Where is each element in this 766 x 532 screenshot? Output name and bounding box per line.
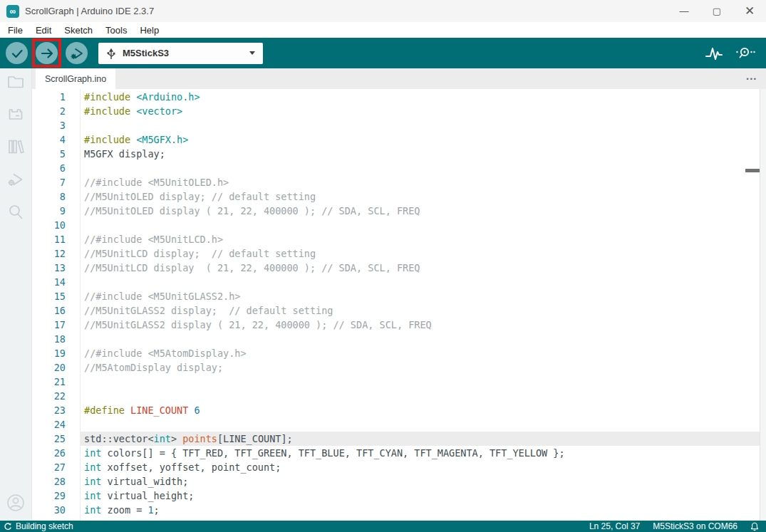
board-selector-dropdown[interactable]: M5StickS3: [98, 43, 263, 64]
menu-help[interactable]: Help: [133, 22, 165, 38]
arduino-logo-icon: ∞: [6, 5, 19, 18]
window-title: ScrollGraph | Arduino IDE 2.3.7: [25, 6, 154, 16]
code-line[interactable]: 10: [32, 218, 760, 232]
window-controls: — ▢ ✕: [668, 0, 766, 22]
code-line[interactable]: 15//#include <M5UnitGLASS2.h>: [32, 289, 760, 303]
code-line[interactable]: 13//M5UnitLCD display ( 21, 22, 400000 )…: [32, 261, 760, 275]
line-number: 20: [32, 360, 66, 375]
overview-ruler-mark[interactable]: [745, 169, 760, 172]
usb-icon: [106, 46, 116, 61]
code-text: [66, 417, 84, 432]
line-number: 10: [32, 218, 66, 232]
code-line[interactable]: 16//M5UnitGLASS2 display; // default set…: [32, 303, 760, 318]
code-line[interactable]: 25std::vector<int> points[LINE_COUNT];: [32, 432, 760, 446]
line-number: 15: [32, 289, 66, 303]
code-line[interactable]: 1#include <Arduino.h>: [32, 90, 760, 104]
code-line[interactable]: 20//M5AtomDisplay display;: [32, 360, 760, 375]
line-number: 16: [32, 303, 66, 318]
menu-sketch[interactable]: Sketch: [58, 22, 99, 38]
code-line[interactable]: 12//M5UnitLCD display; // default settin…: [32, 246, 760, 261]
sidebar-item-sketchbook[interactable]: [6, 72, 25, 90]
code-line[interactable]: 9//M5UnitOLED display ( 21, 22, 400000 )…: [32, 204, 760, 218]
code-line[interactable]: 18: [32, 332, 760, 346]
sidebar-item-search[interactable]: [6, 203, 25, 221]
sidebar-item-debug[interactable]: [6, 170, 25, 189]
code-text: //#include <M5AtomDisplay.h>: [66, 346, 247, 360]
sidebar-item-boards-manager[interactable]: [6, 105, 25, 123]
editor-right-margin: [760, 89, 766, 521]
account-icon: [6, 493, 26, 513]
code-text: //#include <M5UnitGLASS2.h>: [66, 289, 240, 303]
sidebar-item-account[interactable]: [6, 494, 25, 512]
line-number: 9: [32, 204, 66, 218]
code-line[interactable]: 28int virtual_width;: [32, 474, 760, 489]
status-message: Building sketch: [16, 521, 73, 531]
arduino-ide-window: ∞ ScrollGraph | Arduino IDE 2.3.7 — ▢ ✕ …: [0, 0, 766, 532]
code-line[interactable]: 17//M5UnitGLASS2 display ( 21, 22, 40000…: [32, 318, 760, 332]
code-line[interactable]: 29int virtual_height;: [32, 489, 760, 503]
line-number: 7: [32, 175, 66, 189]
line-number: 4: [32, 132, 66, 147]
tab-scrollgraph-ino[interactable]: ScrollGraph.ino: [36, 68, 115, 89]
code-line[interactable]: 2#include <vector>: [32, 104, 760, 118]
line-number: 19: [32, 346, 66, 360]
code-line[interactable]: 23#define LINE_COUNT 6: [32, 403, 760, 417]
code-text: //M5UnitOLED display; // default setting: [66, 189, 316, 204]
code-line[interactable]: 11//#include <M5UnitLCD.h>: [32, 232, 760, 246]
code-line[interactable]: 26int colors[] = { TFT_RED, TFT_GREEN, T…: [32, 446, 760, 460]
line-number: 5: [32, 147, 66, 161]
debug-button[interactable]: [66, 42, 88, 64]
code-editor[interactable]: 1#include <Arduino.h>2#include <vector>3…: [32, 89, 760, 521]
line-number: 8: [32, 189, 66, 204]
line-number: 11: [32, 232, 66, 246]
code-text: #include <vector>: [66, 104, 182, 118]
maximize-button[interactable]: ▢: [700, 0, 733, 22]
code-line[interactable]: 21: [32, 375, 760, 389]
code-line[interactable]: 4#include <M5GFX.h>: [32, 132, 760, 147]
code-line[interactable]: 7//#include <M5UnitOLED.h>: [32, 175, 760, 189]
code-line[interactable]: 6: [32, 161, 760, 175]
minimize-button[interactable]: —: [668, 0, 700, 22]
code-line[interactable]: 22: [32, 389, 760, 403]
serial-plotter-icon[interactable]: [705, 45, 723, 62]
code-text: [66, 275, 84, 289]
code-lines: 1#include <Arduino.h>2#include <vector>3…: [32, 90, 760, 517]
code-line[interactable]: 30int zoom = 1;: [32, 503, 760, 517]
code-text: [66, 218, 84, 232]
debug-play-gear-icon: [69, 46, 85, 61]
bell-icon[interactable]: [750, 522, 759, 531]
menu-edit[interactable]: Edit: [29, 22, 58, 38]
code-line[interactable]: 24: [32, 417, 760, 432]
code-text: //M5UnitLCD display; // default setting: [66, 246, 316, 261]
board-port-status[interactable]: M5StickS3 on COM66: [653, 521, 737, 531]
main-area: ScrollGraph.ino ••• 1#include <Arduino.h…: [0, 68, 766, 521]
menu-file[interactable]: File: [1, 22, 29, 38]
line-number: 6: [32, 161, 66, 175]
verify-button[interactable]: [6, 42, 28, 64]
debug-icon: [6, 170, 25, 189]
code-text: #define LINE_COUNT 6: [66, 403, 200, 417]
line-number: 29: [32, 489, 66, 503]
code-text: #include <Arduino.h>: [66, 90, 200, 104]
sidebar-item-library-manager[interactable]: [6, 137, 25, 156]
code-text: //#include <M5UnitOLED.h>: [66, 175, 229, 189]
line-number: 23: [32, 403, 66, 417]
code-line[interactable]: 3: [32, 118, 760, 132]
tab-overflow-menu[interactable]: •••: [747, 75, 757, 83]
code-line[interactable]: 14: [32, 275, 760, 289]
line-number: 26: [32, 446, 66, 460]
menu-tools[interactable]: Tools: [99, 22, 133, 38]
code-text: [66, 332, 84, 346]
check-icon: [9, 46, 25, 61]
activity-sidebar: [0, 68, 32, 521]
code-line[interactable]: 8//M5UnitOLED display; // default settin…: [32, 189, 760, 204]
close-button[interactable]: ✕: [733, 0, 766, 22]
line-number: 13: [32, 261, 66, 275]
code-line[interactable]: 19//#include <M5AtomDisplay.h>: [32, 346, 760, 360]
cursor-position[interactable]: Ln 25, Col 37: [589, 521, 640, 531]
serial-monitor-icon[interactable]: [735, 45, 756, 62]
code-line[interactable]: 27int xoffset, yoffset, point_count;: [32, 460, 760, 474]
code-text: //M5UnitOLED display ( 21, 22, 400000 );…: [66, 204, 420, 218]
upload-button[interactable]: [36, 42, 58, 64]
code-line[interactable]: 5M5GFX display;: [32, 147, 760, 161]
